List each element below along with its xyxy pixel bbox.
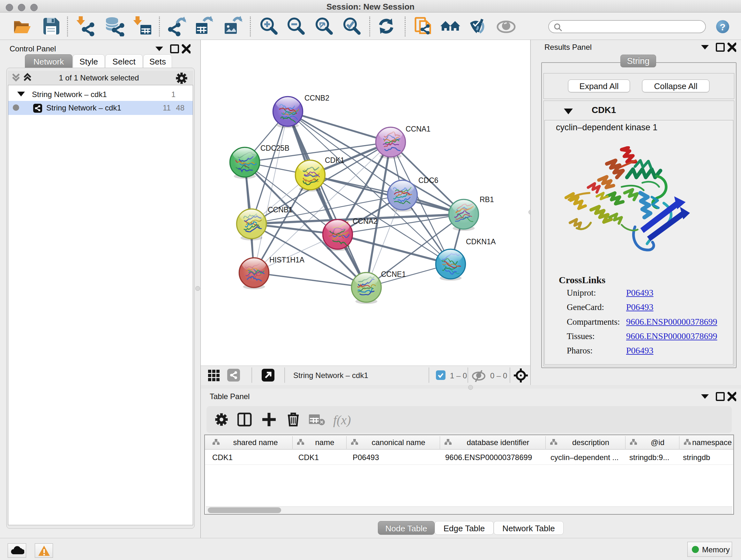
svg-text:CCNA2: CCNA2 [353,217,378,226]
svg-text:CDC6: CDC6 [418,176,439,185]
svg-text:CDC25B: CDC25B [260,144,289,152]
svg-text:CCNB1: CCNB1 [268,206,293,214]
svg-text:CDK1: CDK1 [325,156,344,165]
svg-text:CCNA1: CCNA1 [406,125,430,133]
svg-text:HIST1H1A: HIST1H1A [269,256,305,264]
svg-text:CCNB2: CCNB2 [305,94,329,102]
svg-text:CCNE1: CCNE1 [381,270,406,278]
svg-text:RB1: RB1 [480,195,494,204]
svg-text:CDKN1A: CDKN1A [466,238,496,246]
